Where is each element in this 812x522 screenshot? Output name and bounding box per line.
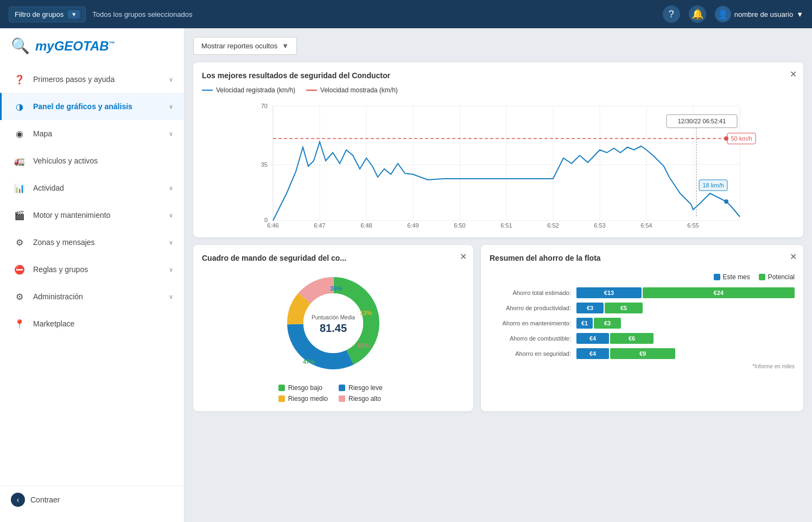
- sidebar-item-help[interactable]: ❓ Primeros pasos y ayuda ∨: [0, 66, 184, 93]
- map-icon: ◉: [12, 127, 27, 141]
- user-name-label: nombre de usuario: [734, 10, 793, 18]
- speed-chart-close-button[interactable]: ✕: [790, 69, 797, 79]
- sidebar-item-marketplace[interactable]: 📍 Marketplace: [0, 310, 184, 337]
- slight-risk-dot: [339, 385, 345, 391]
- chevron-dashboard: ∨: [169, 103, 173, 110]
- bar-row-3: Ahorro de combustible: €4 €6: [490, 333, 795, 344]
- medium-risk-dot: [278, 395, 285, 402]
- legend-recorded: Velocidad registrada (km/h): [202, 86, 295, 94]
- collapse-button[interactable]: ‹ Contraer: [11, 493, 173, 507]
- sidebar-item-zones[interactable]: ⚙ Zonas y mensajes ∨: [0, 229, 184, 256]
- sidebar-item-admin[interactable]: ⚙ Administración ∨: [0, 283, 184, 310]
- sidebar-item-engine[interactable]: 🎬 Motor y mantenimiento ∨: [0, 202, 184, 229]
- svg-text:6:46: 6:46: [267, 222, 278, 229]
- sidebar-label-engine: Motor y mantenimiento: [33, 211, 169, 219]
- logo-text: myGEOTAB™: [35, 39, 115, 54]
- user-dropdown-arrow: ▼: [796, 10, 803, 18]
- bar-group-2: €1 €3: [576, 318, 621, 329]
- bar-label-3: Ahorro de combustible:: [490, 335, 576, 342]
- svg-text:6:49: 6:49: [407, 222, 418, 229]
- svg-text:81.45: 81.45: [320, 322, 347, 334]
- fleet-chart: Este mes Potencial Ahorro total estimado…: [490, 269, 795, 374]
- legend-shown-label: Velocidad mostrada (km/h): [320, 86, 398, 94]
- donut-legend: Riesgo bajo Riesgo leve Riesgo medio: [278, 384, 389, 402]
- legend-high-risk: Riesgo alto: [339, 395, 388, 402]
- sidebar-bottom: ‹ Contraer: [0, 486, 184, 513]
- sidebar-label-dashboard: Panel de gráficos y análisis: [33, 102, 169, 111]
- sidebar-item-dashboard[interactable]: ◑ Panel de gráficos y análisis ∨: [0, 93, 184, 120]
- svg-text:70: 70: [261, 103, 268, 109]
- sidebar-item-map[interactable]: ◉ Mapa ∨: [0, 120, 184, 147]
- user-menu[interactable]: 👤 nombre de usuario ▼: [715, 6, 803, 22]
- sidebar-label-activity: Actividad: [33, 184, 169, 192]
- notifications-icon[interactable]: 🔔: [689, 5, 706, 23]
- legend-this-month: Este mes: [714, 273, 750, 281]
- chevron-map: ∨: [169, 130, 173, 137]
- admin-icon: ⚙: [12, 290, 27, 304]
- speed-chart-title: Los mejores resultados de seguridad del …: [202, 71, 795, 80]
- bar-green-3: €6: [610, 333, 654, 344]
- svg-text:35%: 35%: [330, 285, 342, 292]
- top-navigation: Filtro de grupos ▼ Todos los grupos sele…: [0, 0, 812, 28]
- potential-label: Potencial: [768, 273, 795, 281]
- collapse-icon: ‹: [11, 493, 25, 507]
- legend-potential: Potencial: [759, 273, 795, 281]
- safety-card-title: Cuadro de mando de seguridad del co...: [202, 254, 465, 262]
- bar-group-3: €4 €6: [576, 333, 654, 344]
- svg-text:12/30/22  06:52:41: 12/30/22 06:52:41: [678, 118, 726, 124]
- sidebar-label-map: Mapa: [33, 129, 169, 138]
- svg-text:47%: 47%: [303, 359, 315, 365]
- chevron-zones: ∨: [169, 239, 173, 246]
- help-icon: ❓: [12, 72, 27, 86]
- group-filter-dropdown[interactable]: Filtro de grupos ▼: [9, 7, 86, 22]
- fleet-savings-close-button[interactable]: ✕: [790, 251, 797, 262]
- sidebar-label-marketplace: Marketplace: [33, 319, 173, 328]
- safety-card: Cuadro de mando de seguridad del co... ✕: [193, 245, 473, 411]
- svg-text:50 km/h: 50 km/h: [731, 135, 752, 142]
- safety-card-close-button[interactable]: ✕: [460, 251, 467, 262]
- sidebar-logo: 🔍 myGEOTAB™: [0, 37, 184, 66]
- bar-row-0: Ahorro total estimado: €13 €24: [490, 287, 795, 298]
- svg-text:6:50: 6:50: [454, 222, 465, 229]
- svg-text:6:48: 6:48: [360, 222, 372, 229]
- legend-shown: Velocidad mostrada (km/h): [306, 86, 398, 94]
- collapse-label: Contraer: [30, 495, 60, 504]
- toolbar-bar: Mostrar reportes ocultos ▼: [193, 37, 803, 55]
- sidebar-label-vehicles: Vehículos y activos: [33, 156, 173, 165]
- bar-group-4: €4 €9: [576, 348, 675, 359]
- donut-container: 35% 13% 15% 47% Puntuación Media 81.45: [202, 269, 465, 402]
- svg-text:6:47: 6:47: [314, 222, 325, 229]
- marketplace-icon: 📍: [12, 317, 27, 331]
- bar-blue-1: €3: [576, 303, 604, 313]
- main-container: 🔍 myGEOTAB™ ❓ Primeros pasos y ayuda ∨ ◑…: [0, 28, 812, 522]
- chevron-activity: ∨: [169, 185, 173, 192]
- sidebar-label-help: Primeros pasos y ayuda: [33, 75, 169, 84]
- bar-green-1: €5: [605, 303, 643, 313]
- show-hidden-reports-button[interactable]: Mostrar reportes ocultos ▼: [193, 37, 297, 55]
- legend-blue-line: [202, 90, 213, 91]
- content-area: Mostrar reportes ocultos ▼ Los mejores r…: [185, 28, 812, 522]
- sidebar-item-vehicles[interactable]: 🚛 Vehículos y activos: [0, 147, 184, 174]
- svg-point-20: [724, 136, 728, 141]
- speed-chart-card: Los mejores resultados de seguridad del …: [193, 62, 803, 237]
- bar-blue-3: €4: [576, 333, 609, 344]
- sidebar-item-activity[interactable]: 📊 Actividad ∨: [0, 174, 184, 202]
- speed-chart-svg: 70 35 0: [202, 98, 795, 229]
- svg-text:6:52: 6:52: [547, 222, 559, 229]
- bar-label-2: Ahorro en mantenimiento:: [490, 320, 576, 326]
- user-avatar: 👤: [715, 6, 731, 22]
- engine-icon: 🎬: [12, 208, 27, 222]
- chevron-admin: ∨: [169, 293, 173, 300]
- svg-text:15%: 15%: [357, 342, 369, 349]
- show-hidden-label: Mostrar reportes ocultos: [201, 42, 277, 50]
- bar-blue-4: €4: [576, 348, 609, 359]
- this-month-dot: [714, 274, 720, 280]
- fleet-savings-card: Resumen del ahorro de la flota ✕ Este me…: [481, 245, 803, 411]
- help-icon[interactable]: ?: [663, 5, 680, 23]
- sidebar-item-rules[interactable]: ⛔ Reglas y grupos ∨: [0, 256, 184, 283]
- rules-icon: ⛔: [12, 262, 27, 276]
- legend-red-line: [306, 90, 317, 91]
- bar-label-4: Ahorro en seguridad:: [490, 350, 576, 357]
- donut-wrapper: 35% 13% 15% 47% Puntuación Media 81.45: [279, 269, 388, 378]
- search-icon[interactable]: 🔍: [11, 37, 30, 55]
